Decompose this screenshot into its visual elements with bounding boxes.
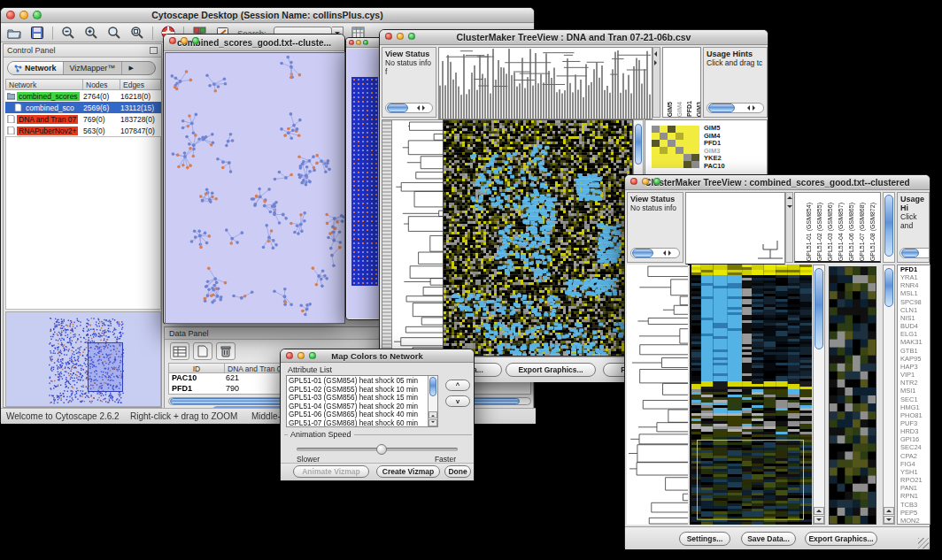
tab-overflow[interactable]: ▶ <box>121 62 139 74</box>
gene-label[interactable]: GTB1 <box>900 347 930 355</box>
gene-label[interactable]: YRA1 <box>900 273 930 281</box>
dialog-titlebar[interactable]: Map Colors to Network <box>281 349 474 363</box>
gene-label[interactable]: TCB3 <box>900 501 930 509</box>
tv2-header-splitter[interactable] <box>785 192 793 263</box>
gene-label[interactable]: HMG1 <box>900 403 930 411</box>
attribute-item[interactable]: GPL51-01 (GSM854) heat shock 05 min <box>287 377 427 386</box>
minimize-icon[interactable] <box>642 178 649 185</box>
birdseye-viewport-rect[interactable] <box>88 342 123 392</box>
gene-label[interactable]: VIP1 <box>900 371 930 379</box>
tab-vizmapper[interactable]: VizMapper™ <box>63 62 122 74</box>
col-header-nodes[interactable]: Nodes <box>83 79 120 90</box>
close-icon[interactable] <box>6 11 15 19</box>
minimize-icon[interactable] <box>397 33 404 40</box>
resize-grip[interactable] <box>918 538 929 548</box>
animate-vizmap-button[interactable]: Animate Vizmap <box>293 465 369 478</box>
zoom-window-icon[interactable] <box>653 178 660 185</box>
zoom-window-icon[interactable] <box>363 40 368 45</box>
birdseye-view[interactable] <box>5 311 161 407</box>
gene-label[interactable]: HAP3 <box>900 363 930 371</box>
zoom-window-icon[interactable] <box>408 33 415 40</box>
network-list-empty-area[interactable] <box>5 136 161 310</box>
attribute-list-scrollbar[interactable] <box>428 376 437 426</box>
tv2-export-graphics-button[interactable]: Export Graphics... <box>805 532 877 546</box>
delete-attribute-trash-icon[interactable] <box>216 342 236 360</box>
gene-label[interactable]: SEC1 <box>900 395 930 403</box>
gene-label[interactable]: MAK31 <box>900 338 930 346</box>
tv2-header-scrollbar[interactable] <box>883 192 895 263</box>
tab-network[interactable]: Network <box>8 62 63 74</box>
gene-label[interactable]: MON2 <box>900 517 930 525</box>
gene-label[interactable]: PEP5 <box>900 509 930 517</box>
tv2-settings-button[interactable]: Settings... <box>679 532 730 546</box>
network-row[interactable]: combined_scores 2764(0) 16218(0) <box>5 90 161 102</box>
attribute-item[interactable]: GPL51-06 (GSM865) heat shock 40 min <box>287 410 427 419</box>
tv1-status-scrollbar[interactable] <box>385 103 433 113</box>
gene-label[interactable]: NIS1 <box>900 314 930 322</box>
zoom-window-icon[interactable] <box>33 11 42 19</box>
gene-label[interactable]: SPC98 <box>900 298 930 306</box>
table-mode-icon[interactable] <box>170 342 189 360</box>
gene-label[interactable]: CLN1 <box>900 306 930 314</box>
minimize-icon[interactable] <box>181 37 188 44</box>
birdseye-canvas[interactable] <box>6 312 160 406</box>
attribute-listbox[interactable]: GPL51-01 (GSM854) heat shock 05 minGPL51… <box>286 375 438 427</box>
tv2-save-data-button[interactable]: Save Data... <box>741 532 796 546</box>
gene-label[interactable]: GPI16 <box>900 435 930 443</box>
float-panel-icon[interactable] <box>150 47 158 54</box>
attribute-down-button[interactable]: v <box>445 395 470 407</box>
gene-label[interactable]: ELG1 <box>900 330 930 338</box>
attribute-item[interactable]: GPL51-03 (GSM856) heat shock 15 min <box>287 394 427 403</box>
zoom-in-icon[interactable] <box>83 26 99 40</box>
window-controls[interactable] <box>169 37 199 44</box>
gene-label[interactable]: CPA2 <box>900 452 930 460</box>
tv2-genelist-scrollbar[interactable] <box>883 265 895 525</box>
network-row[interactable]: DNA and Tran 07 769(0) 183728(0) <box>5 113 161 125</box>
open-file-icon[interactable] <box>6 26 22 40</box>
tv2-zoomheat[interactable] <box>829 266 876 525</box>
network-view-titlebar[interactable]: combined_scores_good.txt--cluste... <box>164 35 344 51</box>
create-vizmap-button[interactable]: Create Vizmap <box>376 465 440 478</box>
tv1-export-graphics-button[interactable]: Export Graphics... <box>506 363 596 377</box>
gene-label[interactable]: MSI1 <box>900 387 930 395</box>
gene-label[interactable]: HRD3 <box>900 427 930 435</box>
gene-label[interactable]: RNR4 <box>900 281 930 289</box>
gene-label[interactable]: KAP95 <box>900 355 930 363</box>
close-icon[interactable] <box>630 178 637 185</box>
done-button[interactable]: Done <box>444 465 471 478</box>
network-row[interactable]: RNAPuberNov2+ 563(0) 107847(0) <box>5 125 161 136</box>
attribute-up-button[interactable]: ^ <box>445 380 470 391</box>
treeview1-titlebar[interactable]: ClusterMaker TreeView : DNA and Tran 07-… <box>380 30 768 45</box>
zoom-window-icon[interactable] <box>192 37 199 44</box>
tv1-usage-scrollbar[interactable] <box>706 103 764 113</box>
gene-label[interactable]: PUF3 <box>900 419 930 427</box>
window-controls[interactable] <box>630 178 660 185</box>
close-icon[interactable] <box>169 37 176 44</box>
minimize-icon[interactable] <box>19 11 28 19</box>
minimize-icon[interactable] <box>297 352 305 359</box>
tv1-zoom-matrix[interactable] <box>652 126 699 168</box>
attribute-item[interactable]: GPL51-02 (GSM855) heat shock 10 min <box>287 386 427 395</box>
window-controls[interactable] <box>286 352 316 359</box>
tv2-status-scrollbar[interactable] <box>630 248 680 258</box>
zoom-selected-icon[interactable] <box>106 26 122 40</box>
gene-label[interactable]: SEC24 <box>900 443 930 451</box>
network-canvas[interactable] <box>165 52 345 324</box>
gene-label[interactable]: YSH1 <box>900 468 930 476</box>
gene-label[interactable]: NTR2 <box>900 379 930 387</box>
tv2-gene-list[interactable]: PFD1YRA1RNR4MSL1SPC98CLN1NIS1BUD4ELG1MAK… <box>897 265 930 525</box>
gene-label[interactable]: PFD1 <box>900 265 930 273</box>
main-titlebar[interactable]: Cytoscape Desktop (Session Name: collins… <box>1 8 534 23</box>
gene-label[interactable]: RPO21 <box>900 476 930 484</box>
data-col-id[interactable]: ID <box>168 363 225 373</box>
gene-label[interactable]: PAN1 <box>900 484 930 492</box>
window-controls[interactable] <box>6 11 42 19</box>
slider-thumb[interactable] <box>376 444 387 455</box>
save-icon[interactable] <box>29 26 45 40</box>
tv2-usage-scrollbar[interactable] <box>900 248 930 258</box>
tv1-rowdendro[interactable] <box>392 119 443 357</box>
attribute-item[interactable]: GPL51-07 (GSM868) heat shock 60 min <box>287 419 427 427</box>
treeview2-titlebar[interactable]: ClusterMaker TreeView : combined_scores_… <box>625 175 930 190</box>
minimize-icon[interactable] <box>356 40 361 45</box>
zoom-fit-icon[interactable] <box>129 26 145 40</box>
